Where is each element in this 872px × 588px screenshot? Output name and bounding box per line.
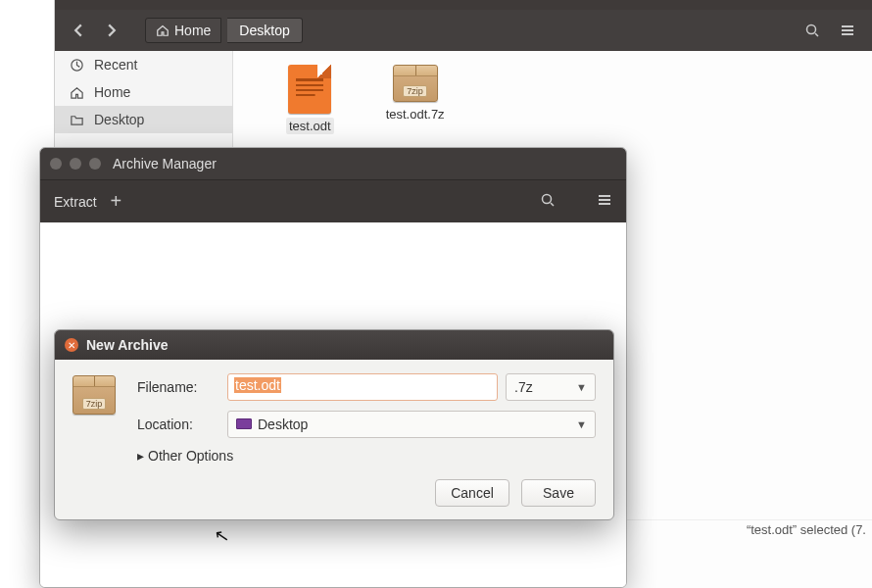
svg-line-1 [815,33,818,36]
cancel-button[interactable]: Cancel [435,479,509,507]
svg-point-0 [807,25,816,34]
extension-value: .7z [514,379,533,395]
list-icon [840,23,855,38]
sidebar-item-desktop[interactable]: Desktop [55,106,232,133]
filename-value: test.odt [234,377,281,393]
archive-badge: 7zip [82,398,107,410]
hamburger-icon [597,192,612,208]
am-toolbar: Extract + [40,179,626,222]
fm-search-button[interactable] [798,17,827,44]
breadcrumb-home-label: Home [174,23,211,38]
clock-icon [69,57,84,73]
sidebar-item-label: Desktop [94,112,144,127]
dialog-titlebar[interactable]: ✕ New Archive [55,330,613,360]
dialog-title: New Archive [86,337,169,353]
svg-rect-9 [599,199,610,201]
filename-label: Filename: [137,379,219,395]
add-button[interactable]: + [111,190,122,213]
search-icon [540,192,556,208]
svg-rect-4 [842,33,853,35]
breadcrumb-desktop-label: Desktop [239,23,289,38]
back-button[interactable] [65,17,92,44]
svg-rect-2 [842,25,853,27]
svg-line-7 [551,203,554,206]
fm-view-button[interactable] [833,17,862,44]
breadcrumb-desktop[interactable]: Desktop [227,18,302,43]
fm-toolbar: Home Desktop [55,10,872,51]
location-label: Location: [137,416,219,432]
forward-button[interactable] [98,17,125,44]
chevron-down-icon: ▼ [576,418,587,430]
other-options-expander[interactable]: ▸ Other Options [137,448,596,464]
chevron-right-icon [105,24,119,37]
folder-icon [69,112,84,127]
home-icon [69,84,84,100]
extension-combo[interactable]: .7z ▼ [506,373,596,401]
desktop-icon [236,418,252,429]
extract-button[interactable]: Extract [54,194,97,210]
svg-rect-8 [599,195,610,197]
fm-titlebar [55,0,872,10]
other-options-label: Other Options [148,448,233,464]
search-icon [804,23,820,38]
location-combo[interactable]: Desktop ▼ [227,411,596,438]
svg-rect-3 [842,29,853,31]
minimize-window-button[interactable] [70,158,81,170]
archive-badge: 7zip [403,85,427,97]
sidebar-item-home[interactable]: Home [55,78,232,106]
save-button[interactable]: Save [521,479,596,507]
am-menu-button[interactable] [597,192,612,212]
chevron-left-icon [72,24,85,37]
file-tile-odt[interactable]: test.odt [286,65,334,134]
maximize-window-button[interactable] [89,158,101,170]
sidebar-item-recent[interactable]: Recent [55,51,232,78]
home-icon [156,24,170,37]
window-title: Archive Manager [113,156,217,172]
file-name: test.odt.7z [383,106,448,122]
chevron-down-icon: ▼ [576,381,587,393]
status-text: “test.odt” selected (7. [747,522,866,537]
close-window-button[interactable] [50,158,62,170]
document-icon [288,65,331,114]
archive-icon: 7zip [393,65,438,102]
svg-point-6 [543,194,552,203]
sidebar-item-label: Recent [94,57,137,73]
triangle-right-icon: ▸ [137,448,144,464]
file-name: test.odt [286,118,334,134]
location-value: Desktop [258,416,308,432]
sidebar-item-label: Home [94,84,130,100]
close-dialog-button[interactable]: ✕ [65,338,78,352]
am-search-button[interactable] [540,192,556,212]
new-archive-dialog: ✕ New Archive 7zip Filename: test.odt .7… [54,329,614,520]
svg-rect-10 [599,203,610,205]
archive-icon: 7zip [73,375,116,415]
file-tile-7z[interactable]: 7zip test.odt.7z [383,65,448,122]
am-titlebar[interactable]: Archive Manager [40,148,626,179]
breadcrumb-home[interactable]: Home [145,18,221,43]
filename-input[interactable]: test.odt [227,373,498,401]
